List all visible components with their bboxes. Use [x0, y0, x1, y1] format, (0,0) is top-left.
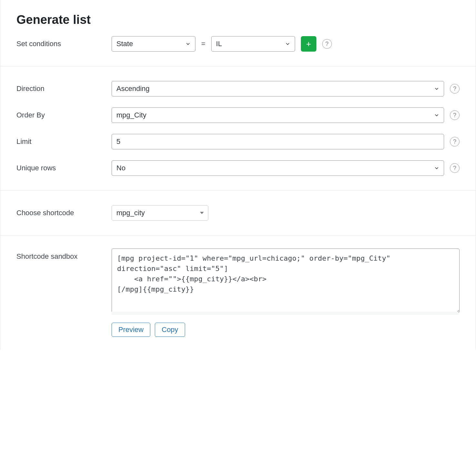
direction-select[interactable]: Ascending: [112, 81, 444, 96]
help-icon[interactable]: ?: [450, 137, 460, 146]
shortcode-select[interactable]: mpg_city: [112, 205, 208, 221]
textarea-shadow: [112, 312, 458, 315]
unique-rows-label: Unique rows: [16, 164, 112, 172]
limit-label: Limit: [16, 137, 112, 146]
shortcode-sandbox-textarea[interactable]: [112, 248, 460, 313]
help-icon[interactable]: ?: [450, 163, 460, 173]
condition-value-select[interactable]: IL: [211, 36, 295, 52]
set-conditions-label: Set conditions: [16, 40, 112, 48]
condition-operator: =: [201, 40, 205, 48]
help-icon[interactable]: ?: [450, 110, 460, 120]
shortcode-sandbox-label: Shortcode sandbox: [16, 248, 112, 261]
help-icon[interactable]: ?: [450, 84, 460, 94]
page-title: Generate list: [16, 13, 460, 27]
add-condition-button[interactable]: +: [301, 36, 316, 52]
unique-rows-select[interactable]: No: [112, 160, 444, 176]
limit-input[interactable]: [112, 134, 444, 149]
choose-shortcode-label: Choose shortcode: [16, 209, 112, 217]
order-by-label: Order By: [16, 111, 112, 119]
condition-field-select[interactable]: State: [112, 36, 195, 52]
order-by-select[interactable]: mpg_City: [112, 107, 444, 123]
direction-label: Direction: [16, 85, 112, 93]
copy-button[interactable]: Copy: [155, 323, 185, 337]
preview-button[interactable]: Preview: [112, 323, 150, 337]
help-icon[interactable]: ?: [322, 39, 332, 49]
